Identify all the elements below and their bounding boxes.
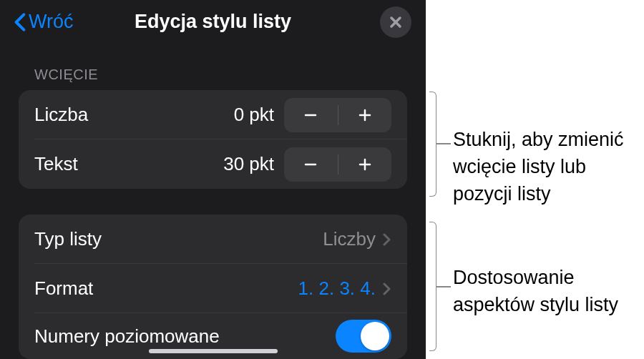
text-indent-label: Tekst bbox=[34, 153, 78, 175]
callout-line bbox=[436, 143, 451, 144]
header-bar: Wróć Edycja stylu listy bbox=[0, 0, 426, 44]
number-indent-value: 0 pkt bbox=[234, 104, 284, 126]
chevron-right-icon bbox=[383, 282, 391, 296]
indent-group: Liczba 0 pkt Tekst 30 pkt bbox=[19, 90, 407, 189]
toggle-knob bbox=[361, 322, 389, 350]
minus-icon bbox=[302, 156, 319, 173]
list-type-label: Typ listy bbox=[34, 228, 102, 250]
callout-indent: Stuknij, aby zmienić wcięcie listy lub p… bbox=[453, 127, 637, 207]
back-label: Wróć bbox=[29, 11, 74, 33]
tiered-numbers-toggle[interactable] bbox=[336, 320, 391, 353]
close-icon bbox=[389, 15, 403, 29]
settings-panel: Wróć Edycja stylu listy WCIĘCIE Liczba 0… bbox=[0, 0, 426, 359]
callout-bracket bbox=[429, 92, 436, 197]
text-indent-decrement[interactable] bbox=[284, 147, 338, 182]
format-label: Format bbox=[34, 277, 93, 300]
list-type-row[interactable]: Typ listy Liczby bbox=[19, 215, 407, 264]
close-button[interactable] bbox=[380, 6, 411, 38]
text-indent-value: 30 pkt bbox=[223, 153, 284, 175]
format-row[interactable]: Format 1. 2. 3. 4. bbox=[19, 264, 407, 313]
number-indent-decrement[interactable] bbox=[284, 98, 338, 132]
callout-style: Dostosowanie aspektów stylu listy bbox=[453, 265, 637, 319]
text-indent-increment[interactable] bbox=[338, 147, 392, 182]
number-indent-label: Liczba bbox=[34, 104, 88, 126]
plus-icon bbox=[356, 156, 374, 173]
back-button[interactable]: Wróć bbox=[14, 11, 74, 33]
callout-bracket bbox=[429, 222, 436, 351]
number-indent-row: Liczba 0 pkt bbox=[19, 90, 407, 139]
list-type-value: Liczby bbox=[323, 228, 376, 250]
format-value: 1. 2. 3. 4. bbox=[298, 277, 376, 300]
tiered-numbers-label: Numery poziomowane bbox=[34, 325, 220, 348]
chevron-right-icon bbox=[383, 232, 391, 247]
minus-icon bbox=[302, 107, 319, 124]
number-indent-increment[interactable] bbox=[338, 98, 392, 132]
style-group: Typ listy Liczby Format 1. 2. 3. 4. Nume… bbox=[19, 215, 407, 359]
text-indent-stepper bbox=[284, 147, 391, 182]
text-indent-row: Tekst 30 pkt bbox=[19, 139, 407, 189]
number-indent-stepper bbox=[284, 98, 391, 132]
indent-section-header: WCIĘCIE bbox=[0, 44, 426, 90]
home-indicator bbox=[149, 349, 278, 353]
callouts-panel: Stuknij, aby zmienić wcięcie listy lub p… bbox=[426, 0, 644, 359]
back-chevron-icon bbox=[14, 12, 26, 32]
plus-icon bbox=[356, 107, 374, 124]
callout-line bbox=[436, 286, 451, 287]
